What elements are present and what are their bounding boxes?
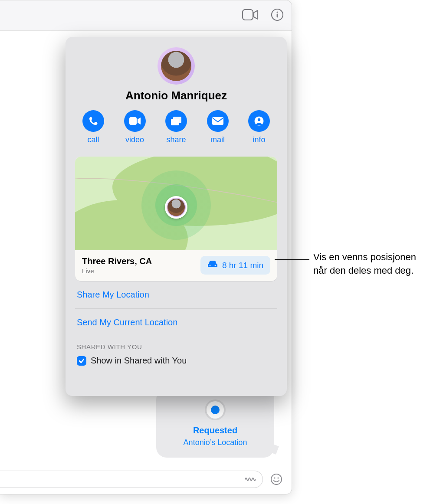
request-subtitle: Antonio’s Location [184,438,247,447]
compose-row [0,469,292,494]
share-button[interactable]: share [161,110,192,144]
mail-icon [207,110,229,132]
svg-point-13 [210,265,211,266]
emoji-picker-button[interactable] [269,472,284,487]
request-title: Requested [193,425,237,435]
svg-rect-9 [171,119,179,125]
person-icon [248,110,270,132]
memoji-icon [161,51,191,81]
location-status: Live [82,267,152,275]
message-input[interactable] [0,471,263,488]
call-button[interactable]: call [78,110,109,144]
svg-point-5 [274,477,275,478]
svg-point-14 [215,265,216,266]
svg-point-4 [271,474,282,484]
car-icon [207,260,218,270]
svg-rect-7 [129,117,137,125]
memoji-icon [167,199,185,216]
video-icon [124,110,146,132]
eta-text: 8 hr 11 min [222,261,263,270]
facetime-video-button[interactable] [242,9,259,22]
show-in-shared-label: Show in Shared with You [91,356,187,366]
contact-action-row: call video share mail info [75,110,277,144]
show-in-shared-toggle-row[interactable]: Show in Shared with You [75,354,277,366]
checkbox-checked-icon[interactable] [77,356,86,366]
location-city: Three Rivers, CA [82,256,152,266]
call-label: call [87,135,99,144]
share-my-location-link[interactable]: Share My Location [75,281,277,308]
callout-leader-line [275,259,309,260]
location-request-message[interactable]: Requested Antonio’s Location [156,389,274,458]
mail-button[interactable]: mail [202,110,233,144]
svg-point-6 [277,477,279,478]
contact-name: Antonio Manriquez [75,89,277,102]
svg-point-2 [276,11,278,13]
svg-point-12 [258,118,260,121]
contact-details-popover: Antonio Manriquez call video share mail [66,37,287,396]
location-pin-avatar [165,196,187,219]
info-label: info [253,135,265,144]
send-current-location-link[interactable]: Send My Current Location [75,309,277,336]
conversation-toolbar [0,0,292,31]
map-preview[interactable] [75,157,277,250]
video-label: video [125,135,144,144]
svg-rect-3 [277,13,278,17]
share-screen-icon [165,110,187,132]
info-button[interactable]: info [243,110,275,144]
callout-line1: Vis en venns posisjonen [313,252,416,262]
shared-with-you-header: SHARED WITH YOU [75,336,277,354]
callout-line2: når den deles med deg. [313,265,413,276]
audio-message-button[interactable] [243,472,257,487]
location-card[interactable]: Three Rivers, CA Live 8 hr 11 min [75,157,277,281]
mail-label: mail [210,135,225,144]
directions-eta-button[interactable]: 8 hr 11 min [200,256,270,275]
phone-icon [82,110,104,132]
callout-text: Vis en venns posisjonen når den deles me… [313,251,439,278]
location-dot-icon [205,399,226,420]
svg-rect-0 [243,10,253,20]
location-footer: Three Rivers, CA Live 8 hr 11 min [75,250,277,281]
share-label: share [166,135,186,144]
video-button[interactable]: video [119,110,151,144]
svg-rect-10 [212,117,223,125]
details-info-button[interactable] [271,8,284,23]
contact-avatar[interactable] [158,47,195,85]
